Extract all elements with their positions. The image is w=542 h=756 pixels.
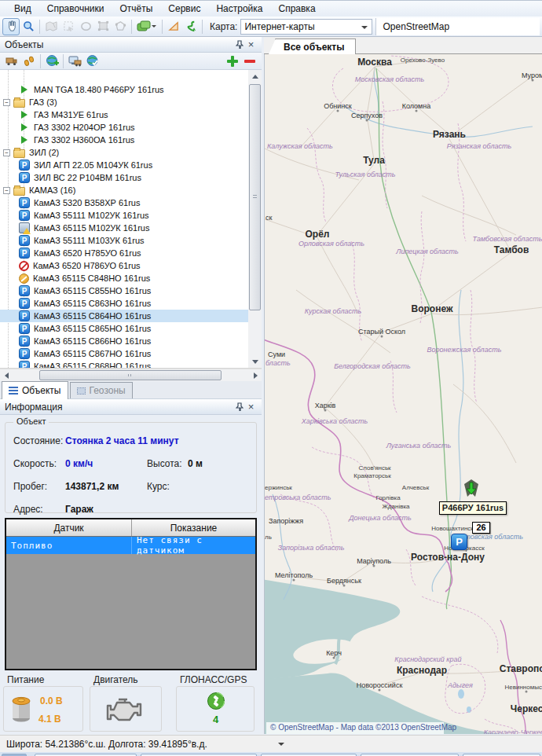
app-window: ВидСправочникиОтчётыСервисНастройкаСправ… — [0, 0, 542, 756]
tree-group[interactable]: КАМАЗ (16) — [0, 184, 248, 196]
folder-icon — [13, 149, 25, 158]
objects-tree: MAN TGA 18.480 Р466РУ 161rusГАЗ (3)ГАЗ М… — [0, 70, 262, 369]
tree-item[interactable]: ЗИЛ АГП 22.05 М104УК 61rus — [0, 159, 248, 171]
map-label: Краматорськ — [353, 472, 391, 479]
tree-item[interactable]: КамАЗ 65115 С848НО 161rus — [0, 272, 248, 284]
scroll-down-button[interactable] — [248, 355, 262, 368]
map-label: Орловская область — [298, 240, 364, 248]
globe-check-button[interactable] — [83, 53, 101, 70]
tree-item[interactable]: КамАЗ 65115 С864НО 161rus — [0, 310, 248, 322]
tree-item-label: КамАЗ 65115 М102УК 161rus — [34, 223, 149, 233]
tree-item-label: ГАЗ (3) — [29, 97, 57, 107]
tree-item[interactable]: MAN TGA 18.480 Р466РУ 161rus — [0, 83, 248, 96]
tree-item[interactable]: ГАЗ 3302 Н204ОР 161rus — [0, 121, 248, 134]
scroll-up-button[interactable] — [248, 70, 262, 83]
map-image: МоскваОрехово-ЗуевоМосковская областьМур… — [265, 54, 542, 734]
map-label: Харків — [315, 402, 336, 409]
collapse-icon[interactable] — [3, 99, 10, 106]
map-provider-field[interactable]: OpenStreetMap — [375, 18, 540, 35]
tree-item[interactable]: КамАЗ 55111 М102УК 161rus — [0, 209, 248, 222]
gps-gauge: ГЛОНАСС/GPS 4 — [176, 686, 255, 732]
map-label: Краснодарский край — [394, 655, 461, 663]
menu-item[interactable]: Справочники — [39, 2, 112, 17]
map-source-combo[interactable]: Интернет-карты — [240, 19, 372, 35]
tree-item[interactable]: КамАЗ 65115 С865НО 161rus — [0, 322, 248, 335]
tree-group[interactable]: ЗИЛ (2) — [0, 146, 248, 159]
sensors-header: Датчик Показание — [6, 519, 255, 537]
tree-item[interactable]: КамАЗ 65115 С855НО 161rus — [0, 284, 248, 297]
cluster-badge[interactable]: 26 — [472, 522, 490, 534]
close-button[interactable]: × — [245, 39, 257, 50]
tracks-button[interactable] — [20, 53, 38, 70]
ellipse-tool-button[interactable] — [77, 18, 94, 35]
address-value: Гараж — [65, 504, 93, 515]
map-tab-all-objects[interactable]: Все объекты — [275, 39, 356, 54]
zoom-button[interactable] — [20, 18, 37, 35]
tree-horizontal-scrollbar[interactable] — [0, 369, 262, 381]
globe-add-button[interactable] — [43, 53, 60, 70]
vehicle-arrow-marker[interactable] — [464, 479, 478, 497]
monitor-warning-icon — [19, 222, 30, 233]
tree-item[interactable]: КамАЗ 65115 М102УК 161rus — [0, 222, 248, 234]
pan-hand-button[interactable] — [2, 18, 20, 35]
tree-item[interactable]: КамАЗ 6520 Н786УО 61rus — [0, 259, 248, 272]
tree-item[interactable]: КамАЗ 55111 М103УК 61rus — [0, 234, 248, 247]
collapse-icon[interactable] — [3, 149, 10, 156]
map-label: Муром — [522, 72, 542, 79]
scroll-right-button[interactable] — [249, 369, 262, 382]
menu-item[interactable]: Справка — [270, 2, 323, 17]
tree-item[interactable]: ГАЗ 3302 Н360ОА 161rus — [0, 134, 248, 146]
menu-item[interactable]: Отчёты — [112, 2, 160, 17]
sensor-row[interactable]: Топливо Нет связи с датчиком — [6, 537, 255, 554]
menu-item[interactable]: Сервис — [160, 2, 208, 17]
menu-item[interactable]: Настройка — [208, 2, 270, 17]
pin-button[interactable] — [233, 39, 245, 50]
polygon-tool-button[interactable] — [112, 18, 129, 35]
tree-item[interactable]: КамАЗ 65115 С867НО 161rus — [0, 347, 248, 360]
add-object-button[interactable] — [224, 53, 241, 70]
map-canvas[interactable]: МоскваОрехово-ЗуевоМосковская областьМур… — [264, 54, 542, 734]
vehicles-button[interactable] — [3, 53, 20, 70]
map-label: Обнинск — [324, 102, 352, 110]
chevron-down-icon[interactable] — [278, 743, 284, 746]
map-label: Запоріжжя — [269, 517, 303, 525]
tree-item[interactable]: КамАЗ 5320 В358ХР 61rus — [0, 196, 248, 209]
route-button[interactable] — [182, 18, 200, 35]
map-label: Воронежская область — [427, 346, 502, 354]
vehicle-monitor-button[interactable] — [66, 53, 83, 70]
map-edit-button[interactable] — [42, 18, 60, 35]
menu-item[interactable]: Вид — [6, 2, 39, 17]
scrollbar-thumb[interactable] — [39, 370, 222, 380]
scrollbar-thumb[interactable] — [249, 84, 261, 310]
power-gauge: Питание 0.0 В 4.1 В — [3, 686, 83, 732]
tree-item[interactable]: ЗИЛ ВС 22 Р104ВМ 161rus — [0, 171, 248, 184]
scroll-left-button[interactable] — [0, 369, 13, 382]
measure-button[interactable] — [165, 18, 182, 35]
tab-objects[interactable]: Объекты — [2, 381, 68, 399]
select-area-button[interactable] — [60, 18, 77, 35]
tree-group[interactable]: ГАЗ (3) — [0, 96, 248, 108]
map-label: Тульская область — [335, 171, 395, 178]
arrow-down-icon — [252, 360, 258, 364]
collapse-icon[interactable] — [3, 187, 10, 194]
tab-geozones[interactable]: Геозоны — [70, 382, 133, 398]
main-toolbar: Карта: Интернет-карты OpenStreetMap — [0, 17, 542, 37]
remove-object-button[interactable] — [241, 53, 258, 70]
layers-button[interactable] — [134, 18, 159, 35]
tree-item[interactable]: КамАЗ 6520 Н785УО 61rus — [0, 247, 248, 259]
sensor-value: Нет связи с датчиком — [132, 537, 255, 554]
tree-item[interactable]: КамАЗ 65115 С866НО 161rus — [0, 335, 248, 347]
tree-item-label: MAN TGA 18.480 Р466РУ 161rus — [34, 85, 164, 94]
tree-item-label: КамАЗ 65115 С866НО 161rus — [34, 336, 151, 346]
parking-marker[interactable]: P — [451, 534, 467, 550]
tree-item[interactable]: КамАЗ 65115 С863НО 161rus — [0, 297, 248, 310]
parking-icon — [19, 235, 30, 246]
close-button[interactable]: × — [245, 402, 257, 413]
tree-vertical-scrollbar[interactable] — [248, 70, 262, 368]
tree-item-label: ЗИЛ ВС 22 Р104ВМ 161rus — [34, 173, 141, 182]
rectangle-tool-button[interactable] — [94, 18, 112, 35]
tree-item[interactable]: КамАЗ 65115 С868НО 161rus — [0, 360, 248, 369]
pin-button[interactable] — [233, 402, 245, 413]
tree-item-label: ГАЗ 3302 Н360ОА 161rus — [34, 135, 134, 145]
tree-item[interactable]: ГАЗ М431УЕ 61rus — [0, 108, 248, 121]
